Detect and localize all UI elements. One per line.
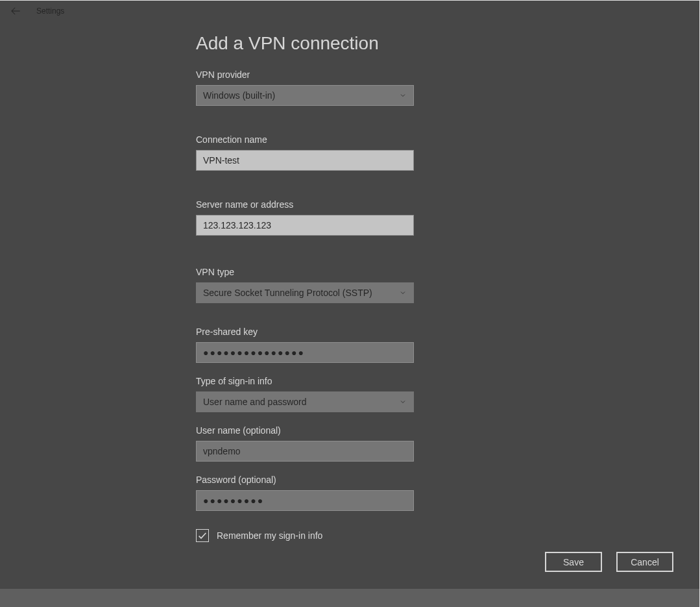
window-title: Settings [36,6,64,16]
arrow-left-icon [10,5,21,17]
vpn-type-label: VPN type [196,267,673,277]
checkmark-icon [197,530,208,541]
vpn-provider-label: VPN provider [196,69,673,80]
signin-type-select[interactable]: User name and password [196,391,414,412]
save-button[interactable]: Save [545,552,602,572]
cancel-button[interactable]: Cancel [616,552,673,572]
remember-signin-row: Remember my sign-in info [196,529,673,542]
password-input[interactable]: ●●●●●●●●● [196,490,414,511]
cancel-button-label: Cancel [631,557,659,567]
vpn-provider-value: Windows (built-in) [203,90,275,101]
username-value: vpndemo [203,446,241,456]
save-button-label: Save [563,557,584,567]
field-vpn-type: VPN type Secure Socket Tunneling Protoco… [196,267,673,303]
vpn-type-select[interactable]: Secure Socket Tunneling Protocol (SSTP) [196,282,414,303]
username-label: User name (optional) [196,425,673,436]
signin-type-label: Type of sign-in info [196,376,673,386]
server-address-value: 123.123.123.123 [203,220,271,230]
connection-name-label: Connection name [196,134,673,145]
remember-signin-label: Remember my sign-in info [217,530,322,541]
vpn-provider-select[interactable]: Windows (built-in) [196,85,414,106]
chevron-down-icon [399,398,407,406]
chevron-down-icon [399,289,407,297]
preshared-key-label: Pre-shared key [196,327,673,337]
dialog-buttons: Save Cancel [545,552,673,572]
connection-name-value: VPN-test [203,155,239,166]
vpn-type-value: Secure Socket Tunneling Protocol (SSTP) [203,288,372,298]
signin-type-value: User name and password [203,397,307,407]
chevron-down-icon [399,92,407,99]
field-connection-name: Connection name VPN-test [196,134,673,171]
preshared-key-input[interactable]: ●●●●●●●●●●●●●●● [196,342,414,363]
connection-name-input[interactable]: VPN-test [196,150,414,171]
field-vpn-provider: VPN provider Windows (built-in) [196,69,673,106]
password-label: Password (optional) [196,475,673,485]
dialog-content: Add a VPN connection VPN provider Window… [0,21,699,607]
field-server-address: Server name or address 123.123.123.123 [196,199,673,236]
back-button[interactable] [5,1,26,21]
username-input[interactable]: vpndemo [196,441,414,462]
remember-signin-checkbox[interactable] [196,529,209,542]
page-title: Add a VPN connection [196,33,673,54]
field-password: Password (optional) ●●●●●●●●● [196,475,673,511]
field-preshared-key: Pre-shared key ●●●●●●●●●●●●●●● [196,327,673,363]
field-username: User name (optional) vpndemo [196,425,673,462]
preshared-key-mask: ●●●●●●●●●●●●●●● [203,347,305,358]
password-mask: ●●●●●●●●● [203,495,264,506]
settings-window: Settings Add a VPN connection VPN provid… [0,0,700,607]
field-signin-type: Type of sign-in info User name and passw… [196,376,673,412]
server-address-input[interactable]: 123.123.123.123 [196,215,414,236]
server-address-label: Server name or address [196,199,673,210]
titlebar: Settings [0,1,699,21]
